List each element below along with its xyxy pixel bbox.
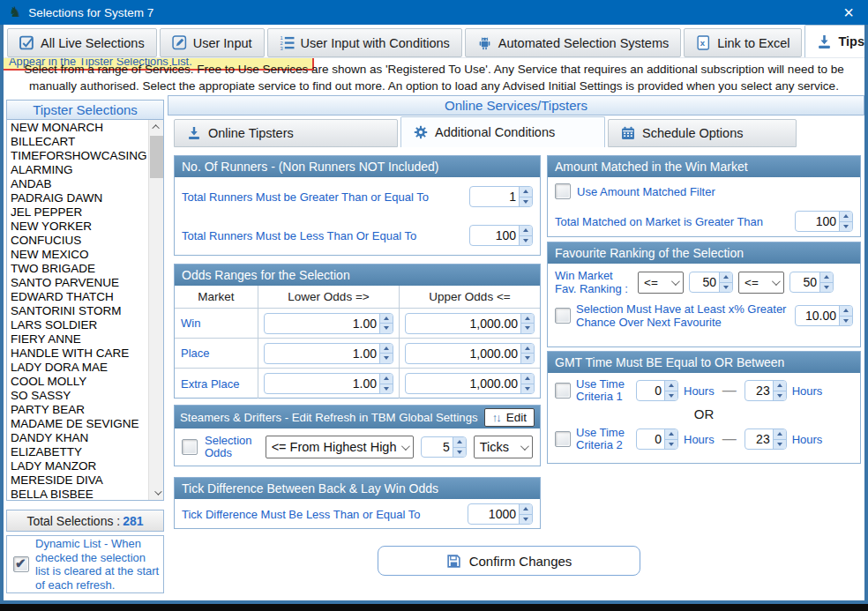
edit-button[interactable]: ↑↓ Edit: [484, 408, 535, 427]
spinner-buttons[interactable]: [453, 437, 466, 457]
spinner-buttons[interactable]: [520, 344, 534, 363]
ticks-value[interactable]: 5: [422, 437, 453, 457]
spinner-buttons[interactable]: [520, 374, 534, 393]
lower-odds-spinner[interactable]: 1.00: [264, 313, 393, 334]
scroll-up-icon[interactable]: [149, 120, 164, 134]
list-item[interactable]: COOL MOLLY: [11, 375, 148, 389]
list-item[interactable]: NEW YORKER: [11, 220, 148, 234]
spinner-buttons[interactable]: [520, 314, 534, 333]
runners-min-spinner[interactable]: 1: [469, 186, 533, 207]
list-item[interactable]: FIERY ANNE: [11, 332, 148, 346]
spinner-buttons[interactable]: [519, 504, 532, 524]
fav-rank2-value[interactable]: 50: [790, 272, 819, 292]
list-scrollbar[interactable]: [148, 120, 163, 500]
spinner-buttons[interactable]: [839, 212, 852, 231]
list-item[interactable]: BILLECART: [11, 135, 148, 149]
list-item[interactable]: ANDAB: [11, 177, 148, 191]
unit-dropdown[interactable]: Ticks: [474, 436, 533, 458]
list-item[interactable]: HANDLE WITH CARE: [11, 346, 148, 361]
spinner-buttons[interactable]: [664, 381, 677, 400]
tab-user-input-with-conditions[interactable]: 123 User Input with Conditions: [267, 28, 462, 57]
spinner-buttons[interactable]: [839, 306, 852, 325]
list-item[interactable]: SANTORINI STORM: [11, 304, 148, 318]
spinner-buttons[interactable]: [379, 314, 393, 333]
subtab-schedule-options[interactable]: Schedule Options: [608, 119, 797, 147]
confirm-changes-button[interactable]: Confirm Changes: [378, 546, 640, 576]
list-item[interactable]: EDWARD THATCH: [11, 290, 148, 304]
close-button[interactable]: ×: [838, 4, 859, 20]
tick-diff-value[interactable]: 1000: [468, 504, 519, 524]
fav-op1-dropdown[interactable]: <=: [638, 272, 684, 294]
list-item[interactable]: ELIZABETTY: [11, 445, 148, 459]
subtab-online-tipsters[interactable]: Online Tipsters: [174, 119, 398, 147]
lower-odds-spinner[interactable]: 1.00: [264, 373, 393, 394]
list-item[interactable]: SANTO PARVENUE: [11, 276, 148, 290]
odds-mode-dropdown[interactable]: <= From Highest High: [266, 436, 414, 458]
lower-odds-spinner[interactable]: 1.00: [264, 343, 393, 364]
upper-odds-value[interactable]: 1,000.00: [406, 374, 520, 393]
upper-odds-spinner[interactable]: 1,000.00: [405, 313, 535, 334]
spinner-buttons[interactable]: [773, 429, 786, 449]
tab-all-live-selections[interactable]: All Live Selections: [7, 28, 157, 57]
tipster-list[interactable]: NEW MONARCHBILLECARTTIMEFORSHOWCASINGALA…: [6, 119, 164, 501]
to1-spinner[interactable]: 23: [745, 380, 787, 401]
from1-spinner[interactable]: 0: [636, 380, 678, 401]
list-item[interactable]: PARTY BEAR: [11, 403, 148, 417]
to2-spinner[interactable]: 23: [745, 428, 787, 450]
to1-value[interactable]: 23: [745, 381, 773, 400]
ticks-spinner[interactable]: 5: [421, 436, 467, 458]
tab-link-to-excel[interactable]: x Link to Excel: [684, 28, 802, 57]
upper-odds-value[interactable]: 1,000.00: [406, 344, 520, 363]
fav-rank1-value[interactable]: 50: [690, 272, 719, 292]
fav-rank1-spinner[interactable]: 50: [689, 272, 733, 293]
total-matched-spinner[interactable]: 100: [795, 211, 853, 232]
runners-max-value[interactable]: 100: [470, 226, 519, 245]
lower-odds-value[interactable]: 1.00: [265, 344, 379, 363]
greater-chance-checkbox[interactable]: [555, 308, 571, 324]
time-criteria2-checkbox[interactable]: [555, 431, 571, 447]
fav-rank2-spinner[interactable]: 50: [789, 272, 834, 293]
selection-odds-checkbox[interactable]: [182, 439, 198, 455]
tab-user-input[interactable]: User Input: [160, 28, 265, 57]
scroll-down-icon[interactable]: [149, 486, 164, 500]
list-item[interactable]: TIMEFORSHOWCASING: [11, 149, 148, 163]
time-criteria1-checkbox[interactable]: [555, 383, 571, 399]
list-item[interactable]: LARS SOLDIER: [11, 318, 148, 332]
to2-value[interactable]: 23: [745, 429, 773, 449]
upper-odds-value[interactable]: 1,000.00: [406, 314, 520, 333]
list-item[interactable]: TWO BRIGADE: [11, 262, 148, 276]
subtab-additional-conditions[interactable]: Additional Conditions: [400, 116, 605, 147]
greater-chance-value[interactable]: 10.00: [796, 306, 839, 325]
spinner-buttons[interactable]: [664, 429, 677, 449]
list-item[interactable]: MADAME DE SEVIGNE: [11, 417, 148, 431]
use-amount-matched-checkbox[interactable]: [555, 183, 571, 199]
dynamic-list-checkbox[interactable]: [13, 556, 29, 572]
tick-diff-spinner[interactable]: 1000: [468, 503, 533, 525]
spinner-buttons[interactable]: [773, 381, 786, 400]
list-item[interactable]: NEW MEXICO: [11, 248, 148, 262]
spinner-buttons[interactable]: [379, 374, 393, 393]
list-item[interactable]: NEW MONARCH: [11, 121, 148, 135]
fav-op2-dropdown[interactable]: <=: [738, 272, 784, 294]
upper-odds-spinner[interactable]: 1,000.00: [405, 343, 535, 364]
runners-min-value[interactable]: 1: [470, 187, 519, 206]
tab-automated-selection-systems[interactable]: Automated Selection Systems: [465, 28, 681, 57]
scrollbar-thumb[interactable]: [150, 136, 163, 178]
list-item[interactable]: LADY MANZOR: [11, 459, 148, 473]
spinner-buttons[interactable]: [519, 187, 532, 206]
spinner-buttons[interactable]: [719, 272, 732, 292]
from2-value[interactable]: 0: [637, 429, 664, 449]
list-item[interactable]: JEL PEPPER: [11, 205, 148, 220]
upper-odds-spinner[interactable]: 1,000.00: [405, 373, 535, 394]
total-matched-value[interactable]: 100: [796, 212, 839, 231]
list-item[interactable]: PADRAIG DAWN: [11, 191, 148, 205]
list-item[interactable]: DANDY KHAN: [11, 431, 148, 445]
lower-odds-value[interactable]: 1.00: [265, 314, 379, 333]
spinner-buttons[interactable]: [819, 272, 833, 292]
list-item[interactable]: BELLA BISBEE: [11, 488, 148, 501]
runners-max-spinner[interactable]: 100: [469, 225, 533, 246]
from1-value[interactable]: 0: [637, 381, 664, 400]
list-item[interactable]: MERESIDE DIVA: [11, 473, 148, 488]
list-item[interactable]: ALARMING: [11, 163, 148, 177]
list-item[interactable]: SO SASSY: [11, 389, 148, 403]
